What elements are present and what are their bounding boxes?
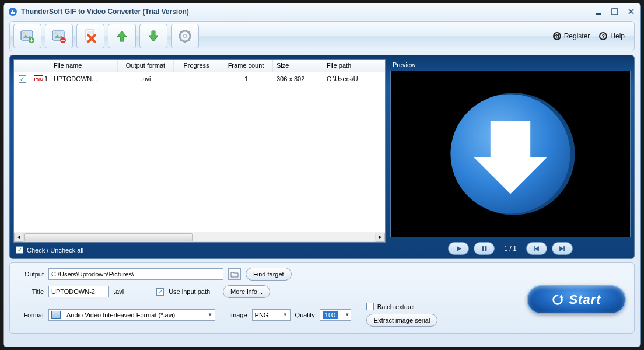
row-progress (174, 78, 219, 80)
quality-label: Quality (295, 312, 315, 318)
scroll-right-arrow[interactable]: ► (376, 233, 385, 242)
output-path-input[interactable] (48, 268, 223, 280)
check-all-row: ✓ Check / Uncheck all (13, 245, 386, 255)
svg-rect-17 (482, 246, 484, 251)
svg-rect-2 (612, 9, 618, 15)
preview-image (444, 88, 577, 220)
use-input-path-checkbox[interactable]: ✓ (156, 288, 164, 296)
start-button[interactable]: Start (527, 285, 626, 314)
move-down-button[interactable] (139, 24, 167, 48)
settings-button[interactable] (171, 24, 199, 48)
scroll-track[interactable] (23, 233, 376, 242)
header-output-format[interactable]: Output format (118, 60, 174, 72)
extract-serial-button[interactable]: Extract image serial (366, 314, 438, 327)
image-label: Image (229, 312, 247, 318)
next-frame-button[interactable] (552, 242, 573, 255)
help-icon: ? (599, 32, 607, 40)
check-all-checkbox[interactable]: ✓ (16, 246, 23, 254)
row-size: 306 x 302 (273, 74, 323, 83)
row-checkbox[interactable]: ✓ (19, 75, 26, 83)
svg-rect-1 (596, 13, 601, 15)
register-label: Register (564, 32, 590, 40)
check-all-label: Check / Uncheck all (27, 247, 83, 254)
header-file-name[interactable]: File name (50, 60, 118, 72)
header-checkbox-col (14, 60, 30, 72)
maximize-button[interactable] (610, 7, 620, 16)
title-input[interactable] (48, 286, 109, 298)
svg-point-5 (23, 32, 25, 34)
horizontal-scrollbar[interactable]: ◄ ► (14, 232, 385, 242)
file-table-body: ✓ PNG1 UPTODOWN... .avi 1 306 x 302 C:\U… (14, 72, 385, 232)
remove-file-button[interactable] (45, 24, 73, 48)
scroll-left-arrow[interactable]: ◄ (14, 233, 23, 242)
find-target-button[interactable]: Find target (246, 268, 292, 281)
chevron-down-icon: ▼ (208, 312, 212, 317)
more-info-button[interactable]: More info... (223, 285, 270, 298)
title-label: Title (17, 288, 44, 295)
batch-extract-checkbox[interactable] (366, 303, 374, 310)
toolbar: ⚿ Register ? Help (9, 21, 635, 51)
file-table: File name Output format Progress Frame c… (13, 59, 386, 243)
help-link[interactable]: ? Help (599, 32, 625, 40)
preview-viewport (390, 71, 631, 237)
file-list-panel: File name Output format Progress Frame c… (13, 59, 386, 255)
use-input-path-label: Use input path (169, 288, 210, 295)
preview-label: Preview (390, 59, 631, 71)
key-icon: ⚿ (553, 32, 561, 40)
row-output-format: .avi (118, 74, 174, 83)
file-table-header: File name Output format Progress Frame c… (14, 60, 385, 72)
play-button[interactable] (448, 242, 469, 255)
format-select[interactable]: Audio Video Interleaved Format (*.avi) ▼ (48, 309, 215, 321)
format-value: Audio Video Interleaved Format (*.avi) (66, 312, 204, 318)
move-up-button[interactable] (108, 24, 136, 48)
image-format-value: PNG (255, 312, 279, 318)
svg-rect-18 (485, 246, 487, 251)
minimize-button[interactable] (594, 7, 603, 16)
table-row[interactable]: ✓ PNG1 UPTODOWN... .avi 1 306 x 302 C:\U… (14, 72, 385, 85)
browse-output-button[interactable] (228, 268, 241, 280)
media-controls: 1 / 1 (390, 242, 631, 255)
bottom-panel: Output Find target Title .avi ✓ Use inpu… (9, 262, 635, 334)
register-link[interactable]: ⚿ Register (553, 32, 590, 40)
window-buttons (594, 7, 636, 16)
header-index-col (30, 60, 50, 72)
help-label: Help (610, 32, 625, 40)
refresh-icon (551, 293, 564, 306)
svg-rect-22 (564, 246, 565, 251)
svg-marker-23 (559, 295, 564, 299)
quality-value: 100 (323, 311, 338, 319)
start-label: Start (569, 292, 601, 307)
title-extension: .avi (114, 288, 124, 295)
output-label: Output (17, 271, 44, 278)
svg-marker-16 (457, 246, 461, 251)
header-progress[interactable]: Progress (174, 60, 219, 72)
row-file-name: UPTODOWN... (50, 74, 118, 83)
chevron-down-icon: ▼ (283, 312, 288, 317)
svg-point-9 (54, 32, 57, 34)
svg-marker-21 (559, 246, 564, 251)
image-format-select[interactable]: PNG ▼ (252, 309, 290, 321)
clear-list-button[interactable] (76, 24, 104, 48)
window-title: ThunderSoft GIF to Video Converter (Tria… (21, 8, 594, 16)
avi-icon (51, 311, 61, 319)
row-file-path: C:\Users\U (323, 74, 372, 83)
frame-indicator: 1 / 1 (504, 245, 516, 252)
batch-extract-label: Batch extract (377, 303, 415, 310)
app-icon (8, 7, 18, 16)
header-size[interactable]: Size (273, 60, 323, 72)
close-button[interactable] (626, 7, 636, 16)
quality-select[interactable]: 100 ▼ (320, 309, 351, 321)
scroll-thumb[interactable] (24, 233, 192, 242)
app-window: ThunderSoft GIF to Video Converter (Tria… (3, 3, 641, 347)
png-icon: PNG (34, 75, 43, 82)
prev-frame-button[interactable] (526, 242, 547, 255)
header-file-path[interactable]: File path (323, 60, 372, 72)
svg-point-13 (183, 34, 187, 38)
add-file-button[interactable] (13, 24, 41, 48)
pause-button[interactable] (474, 242, 495, 255)
svg-marker-20 (536, 246, 540, 251)
format-label: Format (17, 312, 44, 318)
chevron-down-icon: ▼ (345, 312, 349, 317)
header-frame-count[interactable]: Frame count (219, 60, 273, 72)
row-frame-count: 1 (219, 74, 273, 83)
